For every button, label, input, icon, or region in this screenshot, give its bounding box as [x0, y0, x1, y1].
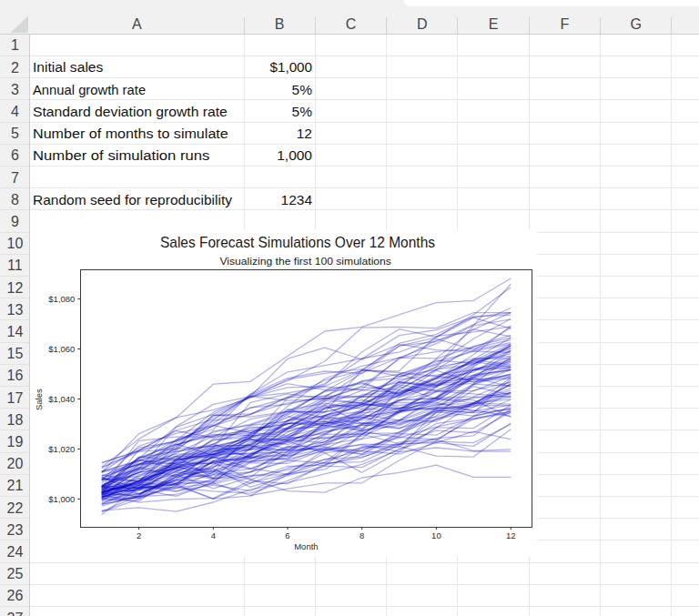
svg-text:1234: 1234	[281, 192, 313, 207]
svg-text:5: 5	[11, 126, 19, 141]
svg-text:$1,000: $1,000	[48, 494, 75, 504]
svg-text:$1,040: $1,040	[48, 394, 75, 404]
svg-text:10: 10	[7, 236, 24, 251]
svg-text:4: 4	[211, 530, 216, 540]
svg-text:Month: Month	[294, 541, 318, 551]
svg-text:Sales: Sales	[34, 389, 44, 410]
svg-text:12: 12	[297, 126, 312, 141]
svg-text:$1,060: $1,060	[48, 344, 75, 354]
svg-text:Initial sales: Initial sales	[33, 59, 104, 75]
svg-text:F: F	[561, 16, 570, 32]
svg-text:$1,020: $1,020	[48, 444, 75, 454]
svg-text:Annual growth rate: Annual growth rate	[33, 82, 146, 97]
svg-text:1: 1	[11, 37, 19, 53]
svg-text:Random seed for reproducibilit: Random seed for reproducibility	[33, 192, 232, 207]
svg-text:Sales Forecast Simulations Ove: Sales Forecast Simulations Over 12 Month…	[160, 234, 435, 251]
svg-text:Standard deviation growth rate: Standard deviation growth rate	[33, 104, 228, 119]
svg-text:16: 16	[7, 368, 24, 383]
svg-text:15: 15	[7, 346, 24, 361]
svg-text:A: A	[132, 16, 142, 32]
svg-text:9: 9	[11, 214, 19, 229]
svg-text:2: 2	[137, 530, 141, 540]
svg-text:C: C	[346, 16, 357, 32]
svg-text:27: 27	[7, 611, 24, 616]
svg-text:12: 12	[506, 530, 516, 540]
svg-text:3: 3	[11, 82, 19, 97]
svg-text:$1,000: $1,000	[270, 59, 313, 75]
svg-text:Visualizing the first 100 simu: Visualizing the first 100 simulations	[219, 256, 391, 267]
svg-text:B: B	[275, 16, 285, 32]
svg-text:2: 2	[11, 60, 19, 76]
svg-text:1,000: 1,000	[277, 147, 312, 163]
svg-text:6: 6	[285, 530, 289, 540]
svg-text:8: 8	[360, 530, 364, 540]
svg-text:11: 11	[7, 258, 23, 273]
svg-text:24: 24	[7, 544, 24, 560]
svg-text:5%: 5%	[292, 82, 313, 97]
svg-text:4: 4	[11, 104, 19, 119]
svg-text:17: 17	[7, 390, 24, 406]
svg-text:12: 12	[7, 280, 24, 296]
svg-text:13: 13	[7, 302, 24, 318]
svg-text:26: 26	[7, 588, 24, 603]
svg-text:Number of simulation runs: Number of simulation runs	[33, 147, 210, 163]
svg-text:5%: 5%	[292, 104, 313, 119]
svg-text:8: 8	[11, 192, 19, 207]
svg-text:6: 6	[11, 147, 19, 163]
svg-text:10: 10	[431, 530, 441, 540]
svg-text:D: D	[417, 16, 428, 32]
svg-text:21: 21	[7, 478, 24, 493]
svg-text:23: 23	[7, 522, 24, 538]
svg-text:18: 18	[7, 412, 24, 428]
svg-text:$1,080: $1,080	[48, 294, 75, 304]
svg-text:19: 19	[7, 434, 24, 449]
svg-text:14: 14	[7, 324, 24, 339]
svg-text:7: 7	[11, 170, 19, 186]
svg-text:22: 22	[7, 500, 24, 516]
svg-text:E: E	[489, 16, 499, 32]
svg-text:20: 20	[7, 456, 24, 471]
svg-text:G: G	[630, 16, 641, 32]
svg-text:25: 25	[7, 566, 24, 581]
svg-text:Number of months to simulate: Number of months to simulate	[33, 126, 228, 141]
